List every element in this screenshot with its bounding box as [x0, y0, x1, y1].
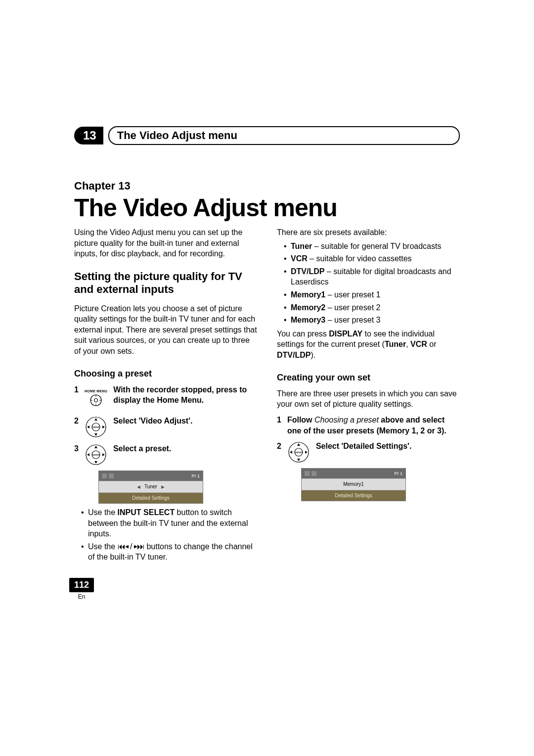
osd-row-detailed: Detailed Settings: [335, 492, 372, 499]
svg-marker-16: [94, 446, 97, 448]
osd-row-memory1: Memory1: [343, 481, 364, 488]
osd-row-tuner: Tuner: [144, 483, 157, 490]
step-3: 3 ENTER Select a preset.: [74, 443, 257, 466]
body-columns: Using the Video Adjust menu you can set …: [74, 227, 460, 566]
osd-pr-label: Pr 1: [394, 471, 402, 476]
home-menu-icon: [89, 394, 102, 407]
svg-text:ENTER: ENTER: [92, 454, 99, 456]
creating-step-1: 1 Follow Choosing a preset above and sel…: [277, 415, 460, 436]
chapter-title: The Video Adjust menu: [74, 193, 460, 222]
osd-row-detailed: Detailed Settings: [132, 495, 170, 502]
preset-memory2: Memory2 – user preset 2: [284, 302, 460, 313]
creating-step-1-text: Follow Choosing a preset above and selec…: [287, 415, 460, 436]
svg-text:ENTER: ENTER: [92, 426, 99, 428]
preset-tuner: Tuner – suitable for general TV broadcas…: [284, 241, 460, 252]
preset-dtv-ldp: DTV/LDP – suitable for digital broadcast…: [284, 266, 460, 287]
subheading-choosing-preset: Choosing a preset: [74, 368, 257, 379]
svg-text:ENTER: ENTER: [295, 451, 302, 454]
presets-list: Tuner – suitable for general TV broadcas…: [284, 241, 460, 326]
svg-marker-18: [87, 453, 89, 456]
skip-prev-next-icon: ⏮◀ / ▶⏭: [118, 542, 144, 551]
svg-marker-12: [102, 425, 105, 428]
svg-point-1: [94, 399, 98, 402]
osd-screenshot-memory1: Pr 1 Memory1 Detailed Settings: [302, 469, 405, 501]
step-number: 2: [74, 416, 79, 426]
step-3-text: Select a preset.: [113, 443, 257, 454]
subheading-creating-own-set: Creating your own set: [277, 372, 460, 383]
creating-step-2: 2 ENTER Select 'Detailed Settings'.: [277, 441, 460, 464]
chapter-number-badge: 13: [74, 127, 103, 144]
svg-marker-24: [297, 459, 300, 461]
page-language: En: [69, 593, 94, 600]
preset-memory3: Memory3 – user preset 3: [284, 315, 460, 326]
enter-nav-icon: ENTER: [85, 416, 107, 438]
step-number: 2: [277, 441, 281, 452]
chapter-intro: Using the Video Adjust menu you can set …: [74, 227, 257, 259]
svg-marker-11: [87, 425, 89, 428]
chapter-label: Chapter 13: [74, 180, 460, 192]
running-head: 13 The Video Adjust menu: [74, 126, 460, 145]
step-number: 1: [74, 384, 79, 395]
osd-screenshot-tuner: Pr 1 ◀Tuner▶ Detailed Settings: [99, 471, 203, 503]
svg-marker-9: [94, 418, 97, 421]
presets-tail: You can press DISPLAY to see the individ…: [277, 329, 460, 361]
enter-nav-icon: ENTER: [287, 441, 310, 464]
osd-pr-label: Pr 1: [191, 473, 200, 479]
section-heading-picture-quality: Setting the picture quality for TV and e…: [74, 270, 257, 296]
page-footer: 112 En: [69, 578, 94, 600]
svg-marker-26: [305, 451, 308, 454]
note-input-select: Use the INPUT SELECT button to switch be…: [81, 507, 257, 539]
running-head-title: The Video Adjust menu: [108, 126, 460, 145]
presets-lead: There are six presets available:: [277, 227, 460, 238]
step-2-text: Select 'Video Adjust'.: [113, 416, 257, 426]
enter-nav-icon: ENTER: [85, 443, 107, 466]
section-intro: Picture Creation lets you choose a set o…: [74, 303, 257, 357]
svg-marker-17: [94, 461, 97, 464]
creating-intro: There are three user presets in which yo…: [277, 388, 460, 410]
left-column: Using the Video Adjust menu you can set …: [74, 227, 257, 566]
step-1-text: With the recorder stopped, press to disp…: [113, 384, 257, 406]
svg-marker-25: [290, 451, 292, 454]
note-skip-buttons: Use the ⏮◀ / ▶⏭ buttons to change the ch…: [81, 541, 257, 563]
home-menu-label: HOME MENU: [85, 389, 107, 393]
creating-step-2-text: Select 'Detailed Settings'.: [316, 441, 460, 452]
choosing-notes: Use the INPUT SELECT button to switch be…: [81, 507, 257, 563]
svg-marker-23: [297, 443, 300, 446]
preset-memory1: Memory1 – user preset 1: [284, 289, 460, 300]
preset-vcr: VCR – suitable for video cassettes: [284, 253, 460, 264]
manual-page: 13 The Video Adjust menu Chapter 13 The …: [0, 0, 534, 756]
step-number: 3: [74, 443, 79, 454]
step-2: 2 ENTER Select 'Video Adjust'.: [74, 416, 257, 438]
page-number: 112: [69, 578, 94, 592]
svg-marker-19: [102, 453, 105, 456]
right-column: There are six presets available: Tuner –…: [277, 227, 460, 566]
step-number: 1: [277, 415, 281, 425]
step-1: 1 HOME MENU With the recorder stopped, p…: [74, 384, 257, 411]
svg-marker-10: [94, 433, 97, 436]
